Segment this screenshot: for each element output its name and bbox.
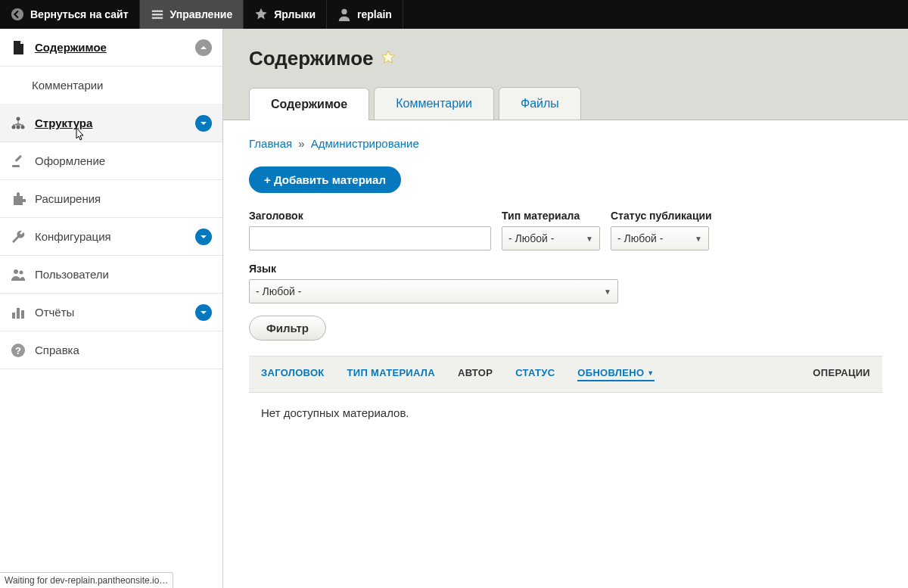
- tab-comments[interactable]: Комментарии: [374, 87, 494, 120]
- svg-rect-1: [151, 11, 162, 12]
- filters-row-1: Заголовок Тип материала - Любой - ▼ Стат…: [249, 210, 882, 250]
- content-table-header: ЗАГОЛОВОК ТИП МАТЕРИАЛА АВТОР СТАТУС ОБН…: [249, 356, 882, 393]
- hamburger-icon: [151, 8, 164, 21]
- svg-rect-9: [15, 154, 22, 161]
- filter-submit-button[interactable]: Фильтр: [249, 316, 326, 341]
- puzzle-icon: [11, 191, 26, 207]
- svg-rect-13: [12, 313, 15, 319]
- toolbar-user-label: replain: [357, 8, 392, 20]
- th-title[interactable]: ЗАГОЛОВОК: [261, 367, 325, 381]
- svg-rect-10: [12, 165, 20, 167]
- sidebar-item-label: Пользователи: [35, 268, 109, 281]
- back-icon: [11, 8, 24, 21]
- tab-files[interactable]: Файлы: [499, 87, 581, 120]
- filter-title: Заголовок: [249, 210, 491, 250]
- breadcrumb-admin[interactable]: Администрирование: [311, 137, 419, 150]
- main-content: Содержимое Содержимое Комментарии Файлы …: [223, 29, 908, 588]
- gavel-icon: [11, 154, 26, 169]
- svg-point-12: [20, 270, 23, 274]
- filter-submit-label: Фильтр: [266, 322, 309, 334]
- th-status[interactable]: СТАТУС: [515, 367, 555, 381]
- breadcrumb-separator: »: [298, 137, 304, 150]
- filter-status-label: Статус публикации: [611, 210, 712, 222]
- dropdown-arrow-icon: ▼: [586, 235, 593, 243]
- filter-type: Тип материала - Любой - ▼: [502, 210, 600, 250]
- sidebar-item-appearance[interactable]: Оформление: [0, 142, 222, 180]
- filter-type-select[interactable]: - Любой - ▼: [502, 226, 600, 250]
- svg-point-0: [11, 8, 23, 20]
- sidebar-item-label: Структура: [35, 117, 92, 129]
- sidebar-item-extend[interactable]: Расширения: [0, 180, 222, 218]
- sidebar-item-people[interactable]: Пользователи: [0, 256, 222, 294]
- dropdown-arrow-icon: ▼: [695, 235, 702, 243]
- filters-row-2: Язык - Любой - ▼: [249, 263, 882, 303]
- sidebar-item-label: Расширения: [35, 192, 101, 205]
- hierarchy-icon: [11, 116, 26, 131]
- tab-content[interactable]: Содержимое: [249, 88, 369, 120]
- sidebar-item-label: Отчёты: [35, 306, 74, 319]
- toolbar-manage[interactable]: Управление: [140, 0, 244, 29]
- document-icon: [11, 40, 26, 55]
- sidebar-item-content[interactable]: Содержимое: [0, 29, 222, 67]
- people-icon: [11, 267, 26, 282]
- sidebar-item-reports[interactable]: Отчёты: [0, 294, 222, 331]
- bars-icon: [11, 305, 26, 320]
- toolbar-back[interactable]: Вернуться на сайт: [0, 0, 140, 29]
- svg-point-6: [12, 125, 16, 129]
- chevron-down-icon[interactable]: [195, 229, 212, 245]
- primary-tabs: Содержимое Комментарии Файлы: [249, 87, 882, 120]
- page-title-text: Содержимое: [249, 47, 373, 70]
- add-content-label: + Добавить материал: [264, 173, 386, 186]
- chevron-down-icon[interactable]: [195, 304, 212, 321]
- toolbar-shortcuts-label: Ярлыки: [274, 8, 316, 20]
- filter-status: Статус публикации - Любой - ▼: [611, 210, 712, 250]
- sidebar-item-structure[interactable]: Структура: [0, 104, 222, 142]
- star-outline-icon[interactable]: [381, 47, 396, 70]
- sidebar-item-config[interactable]: Конфигурация: [0, 218, 222, 256]
- breadcrumb-home[interactable]: Главная: [249, 137, 292, 150]
- filter-language-select[interactable]: - Любой - ▼: [249, 279, 618, 303]
- filter-status-value: - Любой -: [617, 232, 663, 244]
- main-body: Главная » Администрирование + Добавить м…: [223, 120, 908, 450]
- chevron-up-icon[interactable]: [195, 39, 212, 56]
- toolbar-back-label: Вернуться на сайт: [30, 8, 129, 20]
- sidebar-item-label: Оформление: [35, 154, 105, 167]
- sidebar-item-help[interactable]: ? Справка: [0, 331, 222, 369]
- star-icon: [254, 8, 268, 21]
- filter-type-label: Тип материала: [502, 210, 600, 222]
- svg-point-8: [21, 125, 25, 129]
- svg-point-5: [17, 117, 20, 120]
- breadcrumb: Главная » Администрирование: [249, 137, 882, 150]
- page-title: Содержимое: [249, 47, 882, 70]
- toolbar-user[interactable]: replain: [327, 0, 403, 29]
- th-type[interactable]: ТИП МАТЕРИАЛА: [347, 367, 435, 381]
- sidebar-item-label: Справка: [35, 344, 79, 356]
- table-empty-message: Нет доступных материалов.: [249, 393, 882, 433]
- sidebar-item-comments[interactable]: Комментарии: [0, 67, 222, 104]
- help-icon: ?: [11, 343, 26, 358]
- browser-status-bar: Waiting for dev-replain.pantheonsite.io…: [0, 572, 173, 588]
- th-updated[interactable]: ОБНОВЛЕНО ▼: [577, 367, 654, 381]
- admin-sidebar: Содержимое Комментарии Структура Оформле…: [0, 29, 223, 588]
- filter-language-value: - Любой -: [256, 285, 301, 297]
- filter-title-label: Заголовок: [249, 210, 491, 222]
- th-operations: ОПЕРАЦИИ: [813, 367, 870, 381]
- svg-rect-15: [21, 310, 24, 319]
- add-content-button[interactable]: + Добавить материал: [249, 166, 401, 193]
- filter-title-input[interactable]: [249, 226, 491, 250]
- chevron-down-icon[interactable]: [195, 115, 212, 132]
- filter-type-value: - Любой -: [508, 232, 554, 244]
- filter-status-select[interactable]: - Любой - ▼: [611, 226, 709, 250]
- sidebar-item-label: Конфигурация: [35, 230, 111, 243]
- admin-toolbar: Вернуться на сайт Управление Ярлыки repl…: [0, 0, 908, 29]
- sidebar-item-label: Комментарии: [32, 79, 103, 92]
- svg-text:?: ?: [15, 345, 21, 356]
- dropdown-arrow-icon: ▼: [604, 288, 611, 296]
- filter-language: Язык - Любой - ▼: [249, 263, 618, 303]
- toolbar-shortcuts[interactable]: Ярлыки: [244, 0, 327, 29]
- svg-point-4: [341, 9, 347, 14]
- svg-rect-2: [151, 14, 162, 15]
- main-header: Содержимое Содержимое Комментарии Файлы: [223, 29, 908, 120]
- svg-point-7: [17, 125, 20, 129]
- th-author: АВТОР: [458, 367, 493, 381]
